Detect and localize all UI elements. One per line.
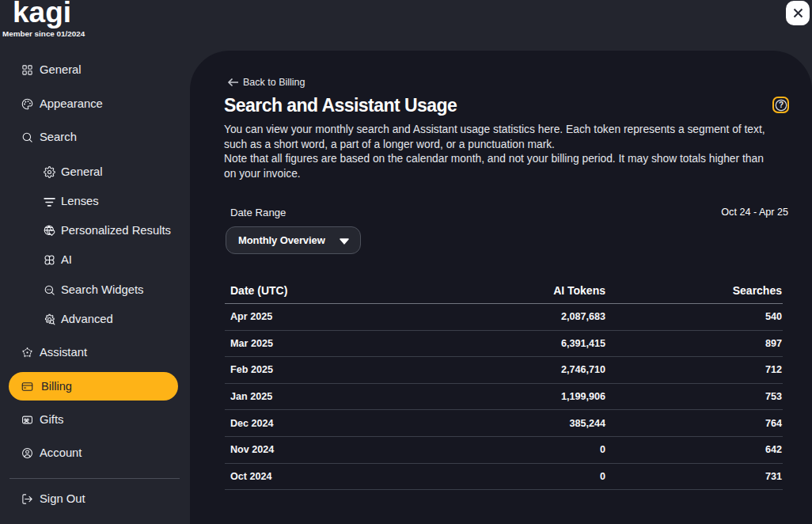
- svg-text:?: ?: [778, 101, 783, 109]
